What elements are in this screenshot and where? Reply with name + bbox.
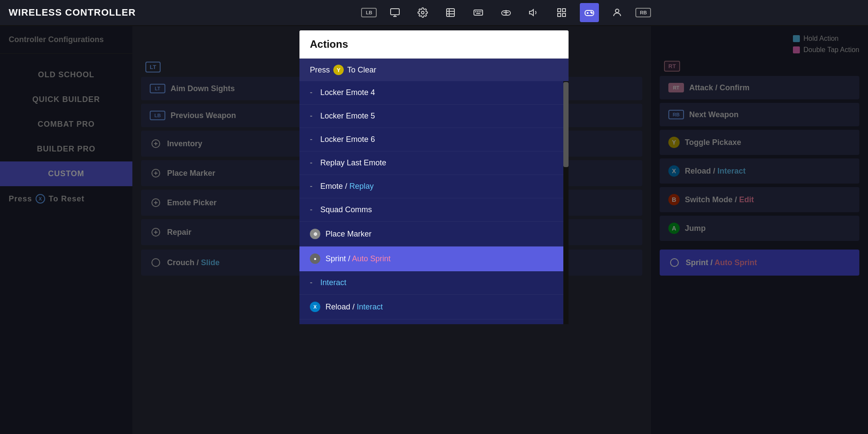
dash-icon: - <box>310 205 315 214</box>
modal-subheader: Press Y To Clear <box>299 59 569 81</box>
svg-rect-8 <box>474 10 483 15</box>
nav-keyboard[interactable] <box>469 3 488 22</box>
place-marker-icon: ⊕ <box>310 229 320 239</box>
subheader-suffix: To Clear <box>347 66 376 75</box>
nav-person[interactable] <box>608 3 627 22</box>
modal-wrapper: Actions Press Y To Clear - Locker Emote … <box>299 30 569 324</box>
dash-icon: - <box>310 135 315 144</box>
main-content: Controller Configurations OLD SCHOOL QUI… <box>0 26 868 434</box>
item-label: Locker Emote 4 <box>320 88 375 97</box>
dash-icon: - <box>310 88 315 97</box>
nav-monitor[interactable] <box>385 3 404 22</box>
modal-item-place-marker[interactable]: ⊕ Place Marker <box>299 222 569 247</box>
modal-title: Actions <box>299 30 569 59</box>
modal-scrollbar-thumb <box>563 82 569 167</box>
nav-gear[interactable] <box>413 3 432 22</box>
modal-item-locker-emote-5[interactable]: - Locker Emote 5 <box>299 105 569 128</box>
dash-icon: - <box>310 182 315 191</box>
dash-icon: - <box>310 158 315 168</box>
svg-rect-4 <box>447 9 454 16</box>
modal-item-squad-comms[interactable]: - Squad Comms <box>299 198 569 222</box>
modal-item-edit[interactable]: - Edit <box>299 319 569 324</box>
item-label: Place Marker <box>326 230 372 239</box>
x-icon: X <box>310 302 320 312</box>
svg-rect-18 <box>558 13 561 16</box>
modal-item-reload-interact[interactable]: X Reload / Interact <box>299 295 569 319</box>
modal-list: - Locker Emote 4 - Locker Emote 5 - Lock… <box>299 81 569 324</box>
svg-point-3 <box>421 11 424 14</box>
item-label: Sprint / Auto Sprint <box>326 254 391 263</box>
actions-modal: Actions Press Y To Clear - Locker Emote … <box>299 30 569 324</box>
nav-gamepad[interactable] <box>496 3 516 22</box>
dash-icon: - <box>310 112 315 121</box>
svg-rect-19 <box>562 13 566 16</box>
nav-controller[interactable] <box>580 3 599 22</box>
svg-marker-15 <box>529 10 533 16</box>
modal-item-locker-emote-4[interactable]: - Locker Emote 4 <box>299 81 569 105</box>
modal-item-emote-replay[interactable]: - Emote / Replay <box>299 175 569 198</box>
nav-lb[interactable]: LB <box>361 8 377 17</box>
auto-sprint-modal-highlight: Auto Sprint <box>352 254 391 263</box>
replay-highlight: Replay <box>349 182 374 191</box>
item-label: Replay Last Emote <box>320 158 386 168</box>
y-button-subheader: Y <box>333 65 344 75</box>
item-label: Locker Emote 6 <box>320 135 375 144</box>
modal-item-locker-emote-6[interactable]: - Locker Emote 6 <box>299 128 569 151</box>
nav-table[interactable] <box>441 3 460 22</box>
subheader-prefix: Press <box>310 66 330 75</box>
nav-grid[interactable] <box>552 3 571 22</box>
svg-rect-0 <box>391 9 399 15</box>
item-label: Squad Comms <box>320 205 372 214</box>
interact-modal-label: Interact <box>320 278 346 287</box>
svg-rect-16 <box>558 9 561 12</box>
modal-overlay: Actions Press Y To Clear - Locker Emote … <box>0 26 868 434</box>
nav-icons: LB <box>153 3 859 22</box>
dash-icon: - <box>310 278 315 287</box>
modal-scrollbar[interactable] <box>563 81 569 324</box>
nav-rb[interactable]: RB <box>635 8 651 17</box>
item-label: Locker Emote 5 <box>320 112 375 121</box>
modal-item-interact[interactable]: - Interact <box>299 271 569 295</box>
modal-item-sprint-auto[interactable]: ● Sprint / Auto Sprint <box>299 247 569 271</box>
svg-rect-17 <box>562 9 566 12</box>
item-label: Emote / Replay <box>320 182 374 191</box>
interact-modal-highlight: Interact <box>357 302 383 311</box>
sprint-icon: ● <box>310 253 320 264</box>
nav-speaker[interactable] <box>524 3 543 22</box>
top-bar: WIRELESS CONTROLLER LB <box>0 0 868 26</box>
svg-point-25 <box>615 9 619 13</box>
item-label: Reload / Interact <box>326 302 383 312</box>
modal-item-replay-last-emote[interactable]: - Replay Last Emote <box>299 151 569 175</box>
app-title: WIRELESS CONTROLLER <box>9 7 136 18</box>
svg-point-24 <box>592 13 592 13</box>
